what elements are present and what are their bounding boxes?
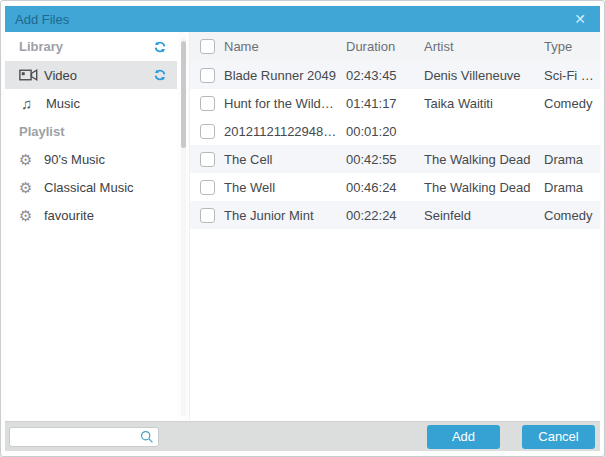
row-checkbox[interactable] [200, 152, 215, 167]
cell-artist: Taika Waititi [424, 96, 544, 111]
cell-duration: 00:46:24 [346, 180, 424, 195]
cell-duration: 01:41:17 [346, 96, 424, 111]
file-table-body: Blade Runner 2049 02:43:45 Denis Villene… [190, 61, 600, 229]
cell-type: Comedy [544, 96, 600, 111]
cell-name: 201211211229481_1 [224, 124, 346, 139]
refresh-icon[interactable] [153, 68, 167, 82]
search-box [9, 427, 159, 447]
search-icon [140, 430, 154, 444]
cell-name: The Cell [224, 152, 346, 167]
dialog-title: Add Files [15, 12, 69, 27]
music-note-icon: ♫ [19, 94, 41, 112]
file-table: Name Duration Artist Type Blade Runner 2… [189, 32, 600, 420]
column-header-artist[interactable]: Artist [424, 39, 544, 54]
table-row[interactable]: 201211211229481_1 00:01:20 [190, 117, 600, 145]
row-checkbox[interactable] [200, 124, 215, 139]
sidebar-item-playlist[interactable]: ⚙ Classical Music [5, 173, 177, 201]
cell-name: The Well [224, 180, 346, 195]
sidebar-item-playlist[interactable]: ⚙ favourite [5, 201, 177, 229]
cell-type: Sci-Fi & Fa... [544, 68, 600, 83]
add-files-dialog: Add Files ✕ Library [0, 0, 605, 457]
cell-duration: 00:01:20 [346, 124, 424, 139]
cell-artist: Denis Villeneuve [424, 68, 544, 83]
sidebar-item-playlist[interactable]: ⚙ 90's Music [5, 145, 177, 173]
cell-artist: Seinfeld [424, 208, 544, 223]
cell-type: Drama [544, 152, 600, 167]
footer-bar: Add Cancel [5, 421, 600, 451]
column-header-type[interactable]: Type [544, 39, 600, 54]
video-camera-icon [19, 66, 39, 84]
table-row[interactable]: Hunt for the Wilderp... 01:41:17 Taika W… [190, 89, 600, 117]
dialog-titlebar: Add Files ✕ [5, 6, 600, 32]
row-checkbox[interactable] [200, 208, 215, 223]
refresh-icon[interactable] [153, 40, 167, 54]
gear-icon: ⚙ [19, 150, 39, 168]
cell-artist: The Walking Dead [424, 180, 544, 195]
cell-name: Blade Runner 2049 [224, 68, 346, 83]
add-button[interactable]: Add [427, 425, 500, 449]
sidebar-item-label: 90's Music [44, 152, 105, 167]
row-checkbox[interactable] [200, 180, 215, 195]
table-row[interactable]: Blade Runner 2049 02:43:45 Denis Villene… [190, 61, 600, 89]
library-section-label: Library [5, 32, 177, 61]
cell-type: Comedy [544, 208, 600, 223]
row-checkbox[interactable] [200, 68, 215, 83]
sidebar-item-label: Classical Music [44, 180, 134, 195]
sidebar: Library Video [5, 32, 177, 420]
cell-duration: 00:42:55 [346, 152, 424, 167]
gear-icon: ⚙ [19, 178, 39, 196]
row-checkbox[interactable] [200, 96, 215, 111]
sidebar-scrollbar-track[interactable] [181, 37, 186, 416]
table-row[interactable]: The Junior Mint 00:22:24 Seinfeld Comedy [190, 201, 600, 229]
cancel-button[interactable]: Cancel [522, 425, 595, 449]
table-row[interactable]: The Cell 00:42:55 The Walking Dead Drama [190, 145, 600, 173]
cell-duration: 00:22:24 [346, 208, 424, 223]
sidebar-item-label: Music [46, 96, 80, 111]
table-header-row: Name Duration Artist Type [190, 32, 600, 61]
sidebar-item-label: Video [44, 68, 77, 83]
close-icon[interactable]: ✕ [570, 10, 590, 28]
search-input[interactable] [9, 427, 159, 447]
select-all-checkbox[interactable] [200, 39, 215, 54]
sidebar-item-video[interactable]: Video [5, 61, 177, 89]
cell-name: Hunt for the Wilderp... [224, 96, 346, 111]
playlist-items: ⚙ 90's Music ⚙ Classical Music ⚙ favouri… [5, 145, 177, 229]
playlist-section-label: Playlist [5, 117, 177, 145]
table-row[interactable]: The Well 00:46:24 The Walking Dead Drama [190, 173, 600, 201]
column-header-duration[interactable]: Duration [346, 39, 424, 54]
gear-icon: ⚙ [19, 206, 39, 224]
sidebar-item-label: favourite [44, 208, 94, 223]
column-header-name[interactable]: Name [224, 39, 346, 54]
cell-artist: The Walking Dead [424, 152, 544, 167]
cell-name: The Junior Mint [224, 208, 346, 223]
cell-type: Drama [544, 180, 600, 195]
cell-duration: 02:43:45 [346, 68, 424, 83]
sidebar-scrollbar-thumb[interactable] [181, 41, 186, 148]
sidebar-item-music[interactable]: ♫ Music [5, 89, 177, 117]
